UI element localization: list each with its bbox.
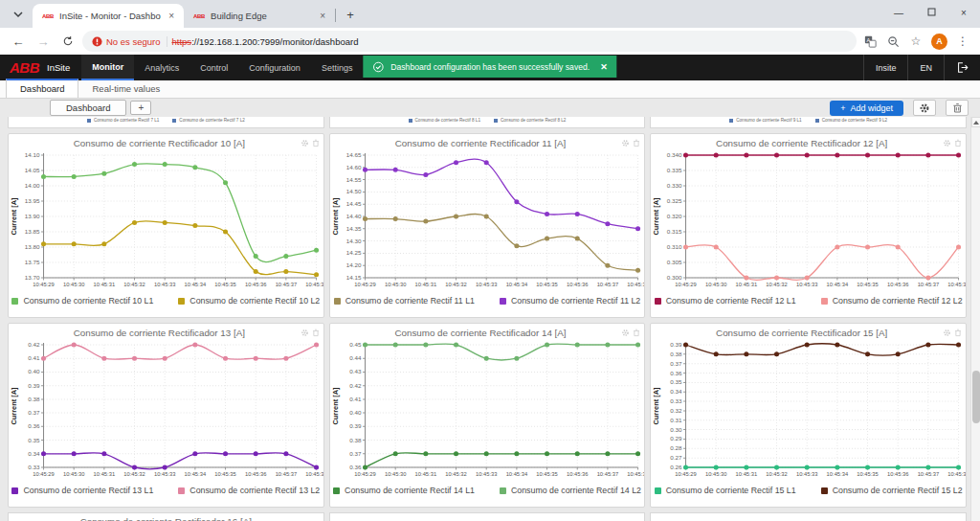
svg-text:0.330: 0.330 <box>667 182 682 189</box>
legend-item[interactable]: Consumo de corriente Rectif 12 L2 <box>821 296 963 306</box>
svg-text:0.41: 0.41 <box>28 354 40 361</box>
svg-text:0.300: 0.300 <box>667 274 682 281</box>
svg-text:14.00: 14.00 <box>25 182 40 189</box>
chart-panel <box>650 512 967 521</box>
chart-title: Consumo de corriente Rectificador 13 [A] <box>18 328 301 338</box>
legend-item[interactable]: Consumo de corriente Rectif 12 L1 <box>655 296 796 306</box>
legend-label: Consumo de corriente Rectif 7 L2 <box>179 118 244 123</box>
legend-item[interactable]: Consumo de corriente Rectif 7 L1 <box>87 118 159 123</box>
chart-panel: Consumo de corriente Rectif 8 L1Consumo … <box>329 117 646 128</box>
legend-label: Consumo de corriente Rectif 15 L1 <box>666 486 796 495</box>
widget-settings-icon[interactable] <box>301 139 309 147</box>
legend-label: Consumo de corriente Rectif 13 L1 <box>23 486 153 495</box>
legend-item[interactable]: Consumo de corriente Rectif 8 L2 <box>494 118 566 123</box>
back-icon[interactable]: ← <box>8 31 29 52</box>
tab-close-icon[interactable]: × <box>318 11 327 21</box>
legend-item[interactable]: Consumo de corriente Rectif 8 L1 <box>409 118 480 123</box>
page-scrollbar[interactable] <box>970 117 980 521</box>
widget-settings-icon[interactable] <box>301 328 309 337</box>
svg-text:10:45:37: 10:45:37 <box>276 283 297 288</box>
language-selector[interactable]: EN <box>907 55 944 80</box>
svg-text:14.30: 14.30 <box>345 238 361 244</box>
nav-analytics[interactable]: Analytics <box>134 55 189 80</box>
dashboard-chip[interactable]: Dashboard <box>50 100 126 116</box>
tab-close-icon[interactable]: × <box>167 11 176 21</box>
window-maximize-button[interactable] <box>915 8 947 18</box>
widget-delete-icon[interactable] <box>954 328 962 337</box>
zoom-icon[interactable] <box>883 32 902 51</box>
legend-item[interactable]: Consumo de corriente Rectif 14 L1 <box>333 486 475 495</box>
legend-item[interactable]: Consumo de corriente Rectif 10 L2 <box>178 296 320 306</box>
tab-dashboard[interactable]: Dashboard <box>6 79 78 98</box>
nav-configuration[interactable]: Configuration <box>238 55 311 80</box>
widget-delete-icon[interactable] <box>312 328 320 337</box>
translate-icon[interactable]: A <box>860 32 880 51</box>
legend-item[interactable]: Consumo de corriente Rectif 15 L2 <box>821 486 963 495</box>
legend-item[interactable]: Consumo de corriente Rectif 15 L1 <box>655 486 796 495</box>
tab-search-icon[interactable] <box>6 4 31 25</box>
legend-item[interactable]: Consumo de corriente Rectif 9 L2 <box>815 118 887 123</box>
svg-text:10:45:32: 10:45:32 <box>123 472 145 478</box>
tab-realtime-values[interactable]: Real-time values <box>78 80 173 98</box>
browser-tab-building-edge[interactable]: ABB Building Edge × <box>184 4 335 28</box>
svg-text:0.33: 0.33 <box>671 397 683 404</box>
scrollbar-thumb[interactable] <box>972 371 980 423</box>
chart-panel: Consumo de corriente Rectif 9 L1Consumo … <box>650 117 967 128</box>
chart-canvas: 14.1014.0514.0013.9513.9013.8513.8013.75… <box>9 150 323 290</box>
legend-swatch <box>500 487 506 494</box>
add-dashboard-button[interactable]: + <box>130 101 151 115</box>
svg-text:0.42: 0.42 <box>349 382 362 389</box>
browser-avatar[interactable]: A <box>931 34 947 50</box>
svg-text:10:45:38: 10:45:38 <box>627 283 644 288</box>
not-secure-chip[interactable]: No es seguro <box>92 36 167 47</box>
reload-icon[interactable] <box>57 31 78 52</box>
nav-settings[interactable]: Settings <box>311 55 364 80</box>
legend-item[interactable]: Consumo de corriente Rectif 11 L2 <box>500 296 640 306</box>
legend-item[interactable]: Consumo de corriente Rectif 14 L2 <box>500 486 641 495</box>
svg-text:Current [A]: Current [A] <box>10 387 18 424</box>
nav-monitor[interactable]: Monitor <box>81 55 134 80</box>
legend-item[interactable]: Consumo de corriente Rectif 11 L1 <box>334 296 475 306</box>
add-widget-button[interactable]: +Add widget <box>830 101 903 116</box>
widget-settings-icon[interactable] <box>943 139 951 147</box>
svg-text:10:45:35: 10:45:35 <box>536 472 557 478</box>
window-minimize-button[interactable]: — <box>882 8 915 18</box>
browser-tab-insite[interactable]: ABB InSite - Monitor - Dashboard × <box>33 4 184 28</box>
legend-item[interactable]: Consumo de corriente Rectif 7 L2 <box>172 118 244 123</box>
dashboard-delete-icon[interactable] <box>946 100 969 116</box>
legend-swatch <box>494 119 498 123</box>
forward-icon[interactable]: → <box>33 31 54 52</box>
widget-delete-icon[interactable] <box>312 139 320 147</box>
widget-settings-icon[interactable] <box>621 328 630 337</box>
chart-canvas: 0.420.410.400.390.380.370.360.350.340.33… <box>9 340 323 480</box>
widget-delete-icon[interactable] <box>954 139 962 147</box>
chart-panel: Consumo de corriente Rectif 7 L1Consumo … <box>8 117 324 128</box>
legend-item[interactable]: Consumo de corriente Rectif 13 L2 <box>178 486 320 495</box>
nav-control[interactable]: Control <box>189 55 238 80</box>
toast-notification: Dashboard configuration has been success… <box>363 56 616 78</box>
widget-settings-icon[interactable] <box>943 328 951 337</box>
scrollbar-up-arrow[interactable] <box>971 117 980 127</box>
toast-close-icon[interactable]: ✕ <box>600 62 608 72</box>
user-name[interactable]: Insite <box>863 55 908 80</box>
svg-text:10:45:35: 10:45:35 <box>858 472 879 478</box>
legend-item[interactable]: Consumo de corriente Rectif 10 L1 <box>11 296 153 306</box>
toast-message: Dashboard configuration has been success… <box>390 62 590 72</box>
logout-icon[interactable] <box>944 55 980 80</box>
legend-item[interactable]: Consumo de corriente Rectif 9 L1 <box>729 118 801 123</box>
widget-delete-icon[interactable] <box>633 139 640 147</box>
dashboard-settings-icon[interactable] <box>913 100 936 116</box>
new-tab-button[interactable]: + <box>340 4 361 25</box>
widget-settings-icon[interactable] <box>621 139 630 147</box>
bookmark-star-icon[interactable]: ☆ <box>906 32 925 51</box>
browser-menu-icon[interactable]: ⋮ <box>953 32 972 51</box>
url-input[interactable]: No es seguro https://192.168.1.200:7999/… <box>82 31 857 52</box>
svg-text:10:45:35: 10:45:35 <box>214 472 235 478</box>
legend-item[interactable]: Consumo de corriente Rectif 13 L1 <box>11 486 153 495</box>
legend-label: Consumo de corriente Rectif 13 L2 <box>189 486 320 495</box>
svg-text:10:45:36: 10:45:36 <box>567 472 588 478</box>
window-close-button[interactable]: × <box>947 8 980 18</box>
legend-label: Consumo de corriente Rectif 9 L2 <box>822 118 887 123</box>
svg-text:0.315: 0.315 <box>667 228 682 235</box>
widget-delete-icon[interactable] <box>633 328 640 337</box>
